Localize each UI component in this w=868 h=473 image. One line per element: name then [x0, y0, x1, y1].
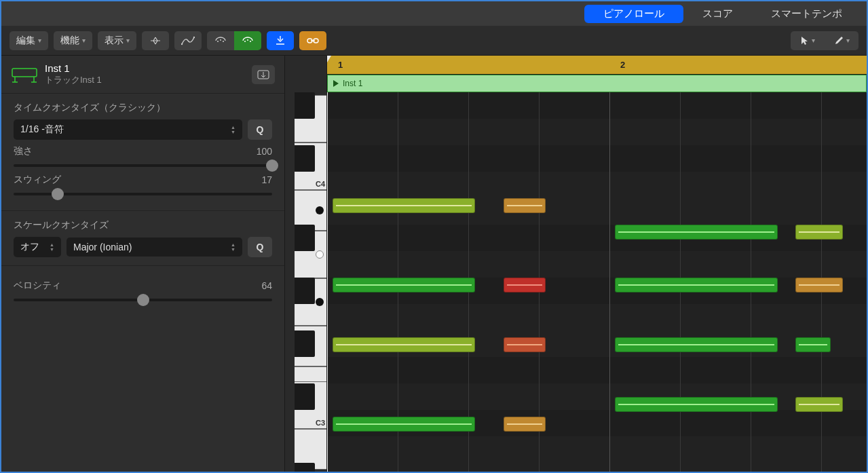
- playhead-marker-icon[interactable]: [327, 56, 331, 62]
- svg-point-7: [250, 41, 251, 42]
- edit-menu-label: 編集: [16, 35, 35, 47]
- chevron-down-icon: ▾: [38, 37, 41, 44]
- scale-quantize-off-select[interactable]: オフ ▲▼: [14, 237, 61, 257]
- swing-value: 17: [261, 174, 272, 185]
- chevron-down-icon: ▾: [126, 37, 130, 44]
- scale-quantize-section: スケールクオンタイズ オフ ▲▼ Major (Ionian) ▲▼ Q: [1, 211, 284, 266]
- piano-key-black[interactable]: [295, 330, 315, 357]
- velocity-value: 64: [261, 280, 272, 291]
- tab-smart-tempo[interactable]: スマートテンポ: [752, 5, 861, 23]
- swing-slider[interactable]: [14, 193, 272, 195]
- svg-point-4: [223, 41, 224, 42]
- tab-pianoroll[interactable]: ピアノロール: [584, 5, 683, 23]
- key-dot-icon: [316, 206, 324, 214]
- collapse-tool-icon[interactable]: [142, 31, 169, 50]
- time-quantize-label: タイムクオンタイズ（クラシック）: [14, 102, 272, 114]
- piano-key-black[interactable]: [295, 463, 315, 472]
- velocity-slider[interactable]: [14, 299, 272, 301]
- midi-note[interactable]: [615, 337, 778, 352]
- scale-quantize-button[interactable]: Q: [248, 237, 272, 257]
- velocity-label: ベロシティ: [14, 280, 61, 292]
- quantize-button[interactable]: Q: [248, 119, 272, 140]
- functions-menu[interactable]: 機能▾: [54, 31, 92, 50]
- automation-curve-icon[interactable]: [174, 31, 202, 50]
- region-name: Inst 1: [343, 79, 362, 88]
- ruler-bar-1: 1: [338, 60, 343, 70]
- svg-point-3: [220, 39, 221, 41]
- piano-keyboard[interactable]: C4 C3: [285, 56, 327, 472]
- view-menu[interactable]: 表示▾: [98, 31, 136, 50]
- chevron-down-icon: ▾: [846, 37, 850, 44]
- main-area: Inst 1 トラックInst 1 タイムクオンタイズ（クラシック） 1/16 …: [1, 56, 867, 472]
- key-label-c3: C3: [316, 419, 325, 427]
- chevron-down-icon: ▾: [812, 37, 815, 44]
- piano-key-black[interactable]: [295, 383, 315, 410]
- bar-ruler[interactable]: 1 2: [327, 56, 867, 75]
- stepper-icon: ▲▼: [231, 125, 235, 134]
- midi-tool-pair: [207, 31, 261, 50]
- svg-point-5: [244, 41, 246, 42]
- stepper-icon: ▲▼: [231, 242, 235, 252]
- piano-key-black[interactable]: [295, 92, 315, 119]
- strength-value: 100: [257, 146, 272, 157]
- midi-note[interactable]: [504, 337, 546, 352]
- view-menu-label: 表示: [105, 35, 124, 47]
- play-region-icon[interactable]: [333, 80, 339, 87]
- inspector-panel: Inst 1 トラックInst 1 タイムクオンタイズ（クラシック） 1/16 …: [1, 56, 285, 472]
- midi-note[interactable]: [504, 417, 546, 432]
- pointer-tool-group: ▾ ▾: [791, 31, 858, 50]
- midi-note[interactable]: [333, 417, 475, 432]
- ruler-bar-2: 2: [620, 60, 625, 70]
- scale-text: Major (Ionian): [73, 242, 132, 252]
- piano-key-black[interactable]: [295, 225, 315, 251]
- midi-note[interactable]: [333, 278, 475, 292]
- instrument-icon: [11, 66, 38, 83]
- velocity-section: ベロシティ 64: [1, 266, 284, 316]
- swing-label: スウィング: [14, 174, 61, 186]
- midi-note[interactable]: [615, 225, 778, 240]
- pointer-tool-icon[interactable]: ▾: [791, 31, 825, 50]
- pencil-tool-icon[interactable]: ▾: [825, 31, 858, 50]
- piano-roll: C4 C3 1 2 Inst: [285, 56, 867, 472]
- midi-note[interactable]: [333, 337, 475, 352]
- edit-menu[interactable]: 編集▾: [10, 31, 48, 50]
- note-grid[interactable]: [327, 92, 867, 472]
- midi-note[interactable]: [615, 278, 778, 292]
- midi-note[interactable]: [504, 278, 546, 292]
- midi-in-icon[interactable]: [207, 31, 234, 50]
- midi-out-icon[interactable]: [234, 31, 261, 50]
- midi-note[interactable]: [795, 225, 843, 240]
- catch-playhead-icon[interactable]: [267, 31, 294, 50]
- midi-note[interactable]: [795, 278, 843, 292]
- region-header[interactable]: Inst 1: [327, 75, 867, 92]
- quantize-value-text: 1/16 -音符: [20, 124, 64, 136]
- piano-key-black[interactable]: [295, 145, 315, 172]
- functions-menu-label: 機能: [60, 35, 79, 47]
- toolbar: 編集▾ 機能▾ 表示▾ ▾ ▾: [1, 26, 867, 56]
- playhead-line[interactable]: [327, 92, 328, 472]
- piano-key-black[interactable]: [295, 278, 315, 304]
- strength-slider[interactable]: [14, 164, 272, 167]
- view-tab-bar: ピアノロール スコア スマートテンポ: [1, 1, 867, 26]
- collapse-inspector-icon[interactable]: [252, 65, 275, 84]
- link-icon[interactable]: [299, 31, 326, 50]
- svg-rect-11: [12, 69, 37, 77]
- midi-note[interactable]: [795, 337, 831, 352]
- tab-score[interactable]: スコア: [683, 5, 752, 23]
- midi-note[interactable]: [615, 397, 778, 412]
- note-grid-area[interactable]: 1 2 Inst 1: [327, 56, 867, 472]
- track-name: Inst 1: [45, 62, 102, 74]
- midi-note[interactable]: [795, 397, 843, 412]
- quantize-value-select[interactable]: 1/16 -音符 ▲▼: [14, 119, 242, 140]
- midi-note[interactable]: [504, 198, 546, 213]
- scale-select[interactable]: Major (Ionian) ▲▼: [67, 238, 242, 257]
- key-dot-icon: [316, 250, 324, 259]
- strength-label: 強さ: [14, 145, 33, 157]
- scale-quantize-label: スケールクオンタイズ: [14, 219, 272, 231]
- key-dot-icon: [316, 298, 324, 306]
- svg-point-2: [217, 41, 219, 42]
- midi-note[interactable]: [333, 198, 475, 213]
- scale-off-text: オフ: [20, 241, 39, 253]
- track-info: Inst 1 トラックInst 1: [45, 62, 102, 86]
- svg-point-6: [247, 39, 248, 41]
